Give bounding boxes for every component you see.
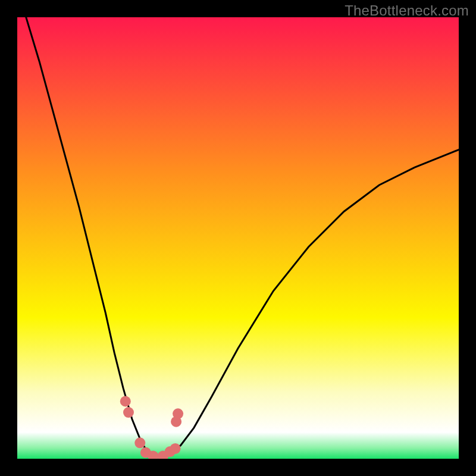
bottleneck-chart	[17, 17, 459, 459]
chart-frame: TheBottleneck.com	[0, 0, 476, 476]
marker-point	[120, 396, 131, 407]
marker-point	[134, 437, 145, 448]
gradient-background	[17, 17, 459, 459]
marker-point	[123, 407, 134, 418]
marker-point	[170, 443, 181, 454]
attribution-text: TheBottleneck.com	[345, 2, 469, 19]
plot-area	[17, 17, 459, 459]
marker-point	[173, 408, 183, 419]
